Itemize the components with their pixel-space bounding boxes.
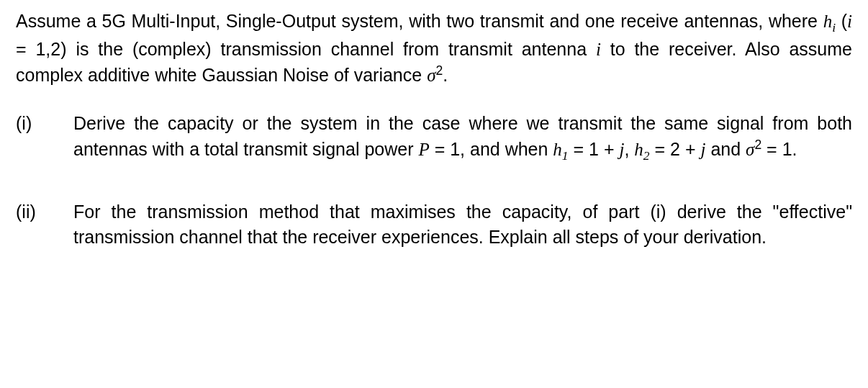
sub-1: 1 bbox=[562, 148, 569, 163]
sup-2-q1: 2 bbox=[754, 137, 761, 152]
question-1-content: Derive the capacity or the system in the… bbox=[73, 111, 852, 165]
question-1-label: (i) bbox=[16, 111, 73, 165]
question-1: (i) Derive the capacity or the system in… bbox=[16, 111, 852, 165]
var-sigma-q1: σ bbox=[746, 140, 754, 159]
var-i: i bbox=[847, 12, 852, 31]
var-P: P bbox=[418, 140, 429, 159]
sup-2: 2 bbox=[435, 63, 443, 78]
var-h2: h bbox=[634, 140, 643, 159]
intro-text-3: = 1,2) is the (complex) transmission cha… bbox=[16, 39, 596, 59]
intro-paragraph: Assume a 5G Multi-Input, Single-Output s… bbox=[16, 9, 852, 88]
q1-comma: , bbox=[624, 139, 634, 159]
var-sigma: σ bbox=[427, 66, 435, 85]
sub-2: 2 bbox=[643, 148, 650, 163]
intro-text-2: ( bbox=[836, 11, 847, 31]
q1-h2-val: = 2 + bbox=[650, 139, 701, 159]
q1-h1-val: = 1 + bbox=[569, 139, 620, 159]
var-i-2: i bbox=[596, 40, 601, 59]
q1-eq1: = 1, and when bbox=[430, 139, 553, 159]
q1-and: and bbox=[705, 139, 746, 159]
var-h: h bbox=[823, 12, 833, 31]
question-2-label: (ii) bbox=[16, 199, 73, 250]
var-h1: h bbox=[553, 140, 562, 159]
intro-text-5: . bbox=[443, 65, 448, 85]
question-2: (ii) For the transmission method that ma… bbox=[16, 199, 852, 250]
question-2-content: For the transmission method that maximis… bbox=[73, 199, 852, 250]
q1-eq-end: = 1. bbox=[761, 139, 797, 159]
intro-text-1: Assume a 5G Multi-Input, Single-Output s… bbox=[16, 11, 823, 31]
sub-i: i bbox=[832, 20, 836, 35]
